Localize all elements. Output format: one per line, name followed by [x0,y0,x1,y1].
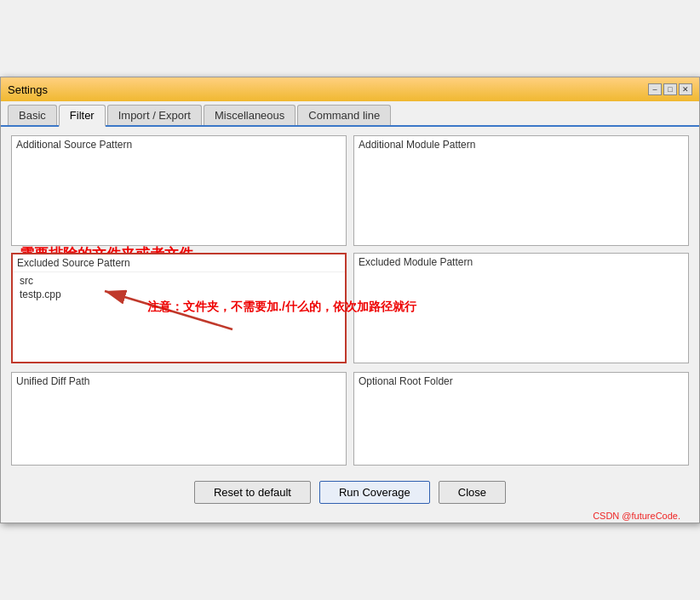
middle-panels-grid: Excluded Source Pattern src testp.cpp Ex… [11,253,689,363]
tab-filter[interactable]: Filter [59,105,106,127]
close-button-bottom[interactable]: Close [439,481,506,504]
excluded-source-item-1: testp.cpp [17,288,341,301]
tab-miscellaneous[interactable]: Miscellaneous [204,105,295,125]
reset-button[interactable]: Reset to default [194,481,311,504]
run-coverage-button[interactable]: Run Coverage [319,481,430,504]
excluded-source-label: Excluded Source Pattern [13,254,345,272]
additional-source-label: Additional Source Pattern [12,136,346,153]
excluded-module-panel: Excluded Module Pattern [353,253,689,363]
main-wrapper: Additional Source Pattern Additional Mod… [11,135,689,466]
window-title: Settings [8,83,48,96]
additional-source-panel: Additional Source Pattern [11,135,347,246]
top-panels: Additional Source Pattern Additional Mod… [11,135,689,246]
tab-import-export[interactable]: Import / Export [107,105,202,125]
watermark: CSDN @futureCode. [593,511,680,521]
excluded-source-item-0: src [17,274,341,288]
tab-basic[interactable]: Basic [8,105,57,125]
minimize-button[interactable]: – [648,83,662,95]
bottom-panels-grid: Unified Diff Path Optional Root Folder [11,372,689,466]
unified-diff-panel: Unified Diff Path [11,372,347,466]
top-panels-grid: Additional Source Pattern Additional Mod… [11,135,689,246]
button-row: Reset to default Run Coverage Close CSDN… [11,474,689,514]
maximize-button[interactable]: □ [663,83,677,95]
excluded-source-content: src testp.cpp [13,272,345,303]
title-bar: Settings – □ ✕ [1,77,699,101]
window-controls: – □ ✕ [648,83,692,95]
tab-command-line[interactable]: Command line [297,105,391,125]
additional-module-label: Additional Module Pattern [354,136,688,153]
middle-panels: Excluded Source Pattern src testp.cpp Ex… [11,253,689,363]
settings-window: Settings – □ ✕ Basic Filter Import / Exp… [0,77,700,523]
excluded-module-label: Excluded Module Pattern [354,254,688,271]
close-button[interactable]: ✕ [679,83,692,95]
excluded-source-panel: Excluded Source Pattern src testp.cpp [11,253,347,363]
optional-root-label: Optional Root Folder [354,373,688,390]
content-area: Additional Source Pattern Additional Mod… [1,127,699,523]
additional-module-panel: Additional Module Pattern [353,135,689,246]
tab-bar: Basic Filter Import / Export Miscellaneo… [1,101,699,127]
optional-root-panel: Optional Root Folder [353,372,689,466]
unified-diff-label: Unified Diff Path [12,373,346,390]
